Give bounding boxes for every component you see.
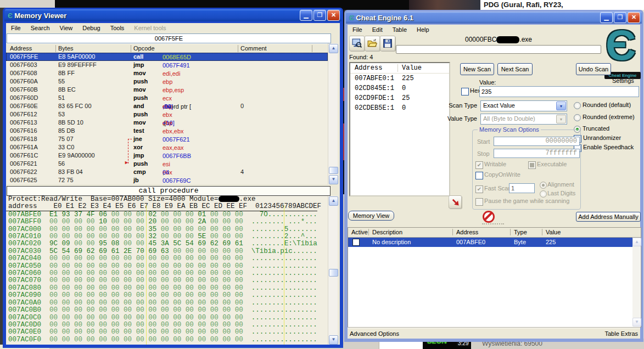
- table-column-description[interactable]: Description: [372, 229, 402, 235]
- menu-item-view[interactable]: View: [55, 24, 78, 32]
- maximize-button[interactable]: ❐: [313, 10, 326, 21]
- table-extras-link[interactable]: Table Extras: [604, 330, 638, 337]
- close-button[interactable]: ✕: [327, 10, 340, 21]
- memory-viewer-titlebar[interactable]: Є Memory Viewer ▁ ❐ ✕: [4, 9, 341, 21]
- start-address-input[interactable]: 00000000: [494, 137, 580, 146]
- scroll-down-icon[interactable]: ▼: [329, 335, 338, 345]
- cheat-table-scrollbar[interactable]: ▲ ▼: [632, 238, 640, 327]
- hex-checkbox[interactable]: [461, 88, 469, 95]
- undo-scan-button[interactable]: Undo Scan: [576, 63, 611, 75]
- scan-type-dropdown[interactable]: Exact Value ▼: [480, 100, 567, 111]
- alignment-radio[interactable]: [540, 182, 547, 189]
- cheat-table[interactable]: ActiveDescriptionAddressTypeValue No des…: [348, 227, 641, 328]
- menu-item-kernel-tools[interactable]: Kernel tools: [129, 24, 171, 32]
- menu-item-table[interactable]: Table: [388, 25, 412, 34]
- settings-link[interactable]: Settings: [612, 77, 634, 84]
- scroll-up-icon[interactable]: ▲: [329, 44, 338, 53]
- hex-view[interactable]: Protect:Read/Write Base=007AB000 Size=40…: [6, 196, 328, 345]
- stop-address-input[interactable]: 7fffffff: [494, 149, 580, 158]
- disassembly-row[interactable]: 0067F61A33 C0xoreax,eax: [6, 143, 328, 151]
- executable-checkbox[interactable]: [528, 161, 536, 169]
- disassembly-row[interactable]: 0067F60B8B ECmovebp,esp: [6, 86, 328, 94]
- rounded-extreme-radio[interactable]: [574, 114, 581, 121]
- save-file-button[interactable]: [380, 36, 395, 51]
- fast-scan-value-input[interactable]: 1: [509, 183, 535, 193]
- found-row[interactable]: 02CD845E:10: [350, 83, 449, 93]
- active-checkbox[interactable]: [352, 239, 360, 246]
- menu-item-tools[interactable]: Tools: [105, 24, 130, 32]
- disassembly-row[interactable]: 0067F61253pushebx: [6, 110, 328, 119]
- found-col-address[interactable]: Address: [355, 64, 382, 72]
- last-digits-label[interactable]: Last Digits: [547, 190, 575, 196]
- scroll-down-icon[interactable]: ▼: [329, 175, 338, 184]
- scrollbar-thumb[interactable]: [329, 167, 338, 174]
- disassembly-row[interactable]: 0067F6138B 5D 10movebx,[ebp+10]: [6, 119, 328, 127]
- disassembly-row[interactable]: 0067F5FEE8 5AF00000call0068E65D: [6, 53, 328, 61]
- found-row[interactable]: 007ABFE0:1225: [350, 74, 449, 83]
- column-header-comment[interactable]: Comment: [240, 45, 267, 52]
- table-column-type[interactable]: Type: [514, 229, 527, 235]
- table-column-value[interactable]: Value: [546, 229, 561, 235]
- disassembly-row[interactable]: 0067F60E83 65 FC 00anddword ptr [ebp-04]…: [6, 102, 328, 110]
- disassembly-row[interactable]: 0067F61685 DBtestebx,ebx: [6, 127, 328, 135]
- disassembly-scrollbar[interactable]: ▲ ▼: [328, 43, 338, 184]
- fast-scan-checkbox[interactable]: ✔: [475, 185, 483, 193]
- rounded-extreme-label[interactable]: Rounded (extreme): [583, 114, 635, 120]
- splitter-handle[interactable]: [482, 223, 504, 226]
- table-column-active[interactable]: Active: [351, 229, 368, 235]
- scroll-up-icon[interactable]: ▲: [329, 196, 338, 206]
- scroll-up-icon[interactable]: ▲: [632, 238, 641, 246]
- scroll-down-icon[interactable]: ▼: [632, 318, 641, 327]
- enable-speedhack-label[interactable]: Enable Speedhack: [583, 144, 634, 150]
- last-digits-radio[interactable]: [540, 190, 547, 198]
- disassembly-row[interactable]: 0067F62283 FB 04cmpebx,044: [6, 168, 328, 176]
- new-scan-button[interactable]: New Scan: [460, 63, 494, 75]
- hexview-scrollbar[interactable]: ▲ ▼: [328, 196, 338, 345]
- select-process-button[interactable]: [349, 36, 365, 51]
- cheat-table-row[interactable]: No description007ABFE0Byte225: [348, 238, 633, 247]
- pause-game-label[interactable]: Pause the game while scanning: [484, 198, 569, 204]
- memory-view-button[interactable]: Memory View: [348, 211, 394, 221]
- fast-scan-label[interactable]: Fast Scan: [484, 185, 512, 192]
- unrandomizer-label[interactable]: Unrandomizer: [583, 134, 621, 141]
- found-address-list[interactable]: Address Value 007ABFE0:122502CD845E:1002…: [349, 62, 450, 196]
- address-bar[interactable]: 0067F5FE: [7, 33, 331, 43]
- disassembly-row[interactable]: 0067F61875 07jne0067F621: [6, 135, 328, 143]
- found-row[interactable]: 02CD9FDE:125: [350, 93, 449, 103]
- executable-label[interactable]: Executable: [537, 161, 567, 167]
- writable-label[interactable]: Writable: [484, 161, 506, 167]
- add-address-manually-button[interactable]: Add Address Manually: [576, 212, 641, 222]
- menu-item-help[interactable]: Help: [412, 25, 434, 34]
- disassembly-row[interactable]: 0067F62572 75jb0067F69C: [6, 176, 328, 184]
- column-header-opcode[interactable]: Opcode: [133, 45, 155, 52]
- found-row[interactable]: 02CDEB5E:10: [350, 103, 449, 113]
- disassembly-row[interactable]: 0067F6088B FFmovedi,edi: [6, 69, 328, 77]
- next-scan-button[interactable]: Next Scan: [497, 63, 533, 75]
- advanced-options-link[interactable]: Advanced Options: [350, 330, 399, 337]
- disassembly-row[interactable]: 0067F603E9 89FEFFFFjmp0067F491: [6, 61, 328, 69]
- table-column-address[interactable]: Address: [456, 229, 478, 235]
- disassembly-row[interactable]: 0067F61CE9 9A000000jmp0067F6BB: [6, 151, 328, 160]
- value-input[interactable]: 235: [479, 86, 639, 97]
- found-col-value[interactable]: Value: [402, 64, 422, 72]
- menu-item-file[interactable]: File: [6, 24, 26, 32]
- menu-item-edit[interactable]: Edit: [367, 25, 388, 34]
- cheat-engine-titlebar[interactable]: Є Cheat Engine 6.1 ▁ ❐ ✕: [346, 12, 642, 24]
- writable-checkbox[interactable]: ✔: [475, 161, 483, 169]
- truncated-label[interactable]: Truncated: [583, 125, 609, 132]
- menu-item-file[interactable]: File: [348, 25, 367, 34]
- copyonwrite-checkbox[interactable]: [475, 172, 483, 179]
- rounded-default-radio[interactable]: [574, 102, 581, 109]
- scrollbar-thumb[interactable]: [329, 269, 338, 277]
- column-header-bytes[interactable]: Bytes: [58, 45, 74, 52]
- pause-game-checkbox[interactable]: [475, 198, 483, 206]
- disassembly-row[interactable]: 0067F60A55pushebp: [6, 77, 328, 86]
- add-selected-to-table-button[interactable]: [449, 195, 462, 209]
- column-header-address[interactable]: Address: [10, 45, 32, 52]
- disassembly-row[interactable]: 0067F62156pushesi: [6, 160, 328, 168]
- copyonwrite-label[interactable]: CopyOnWrite: [484, 171, 520, 178]
- menu-item-debug[interactable]: Debug: [77, 24, 105, 32]
- menu-item-search[interactable]: Search: [26, 24, 55, 32]
- chevron-down-icon[interactable]: ▼: [556, 102, 566, 110]
- alignment-label[interactable]: Alignment: [547, 181, 574, 188]
